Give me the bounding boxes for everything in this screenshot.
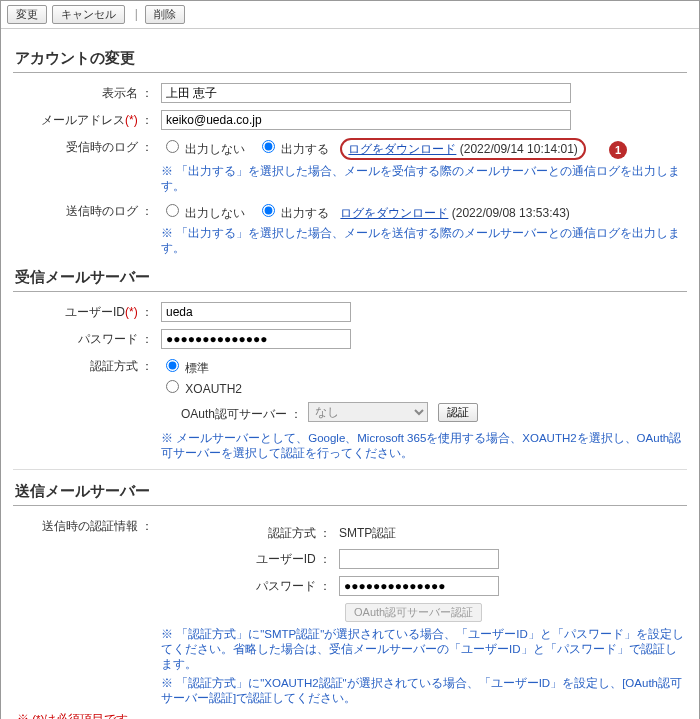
section-recv-title: 受信メールサーバー — [13, 264, 687, 292]
label-send-log: 送信時のログ ： — [13, 199, 161, 220]
recv-log-download-pill: ログをダウンロード (2022/09/14 10:14:01) — [340, 138, 585, 160]
toolbar-separator: | — [135, 7, 138, 21]
send-log-timestamp: (2022/09/08 13:53:43) — [452, 206, 570, 220]
section-account-title: アカウントの変更 — [13, 45, 687, 73]
recv-log-hint: ※ 「出力する」を選択した場合、メールを受信する際のメールサーバーとの通信ログを… — [161, 164, 687, 194]
label-recv-log: 受信時のログ ： — [13, 135, 161, 156]
send-auth-hint-2: ※ 「認証方式」に"XOAUTH2認証"が選択されている場合、「ユーザーID」を… — [161, 676, 687, 706]
label-mail-address: メールアドレス(*) ： — [13, 108, 161, 129]
label-recv-userid: ユーザーID(*) ： — [13, 300, 161, 321]
display-name-input[interactable] — [161, 83, 571, 103]
callout-1: 1 — [609, 141, 627, 159]
label-display-name: 表示名 ： — [13, 81, 161, 102]
send-log-no-output[interactable]: 出力しない — [161, 206, 245, 220]
send-auth-method-value: SMTP認証 — [339, 526, 396, 540]
save-button[interactable]: 変更 — [7, 5, 47, 24]
label-recv-auth: 認証方式 ： — [13, 354, 161, 375]
recv-log-timestamp: (2022/09/14 10:14:01) — [460, 142, 578, 156]
cancel-button[interactable]: キャンセル — [52, 5, 125, 24]
recv-auth-hint: ※ メールサーバーとして、Google、Microsoft 365を使用する場合… — [161, 431, 687, 461]
label-oauth-server: OAuth認可サーバー ： — [181, 402, 308, 423]
recv-log-radios: 出力しない 出力する ログをダウンロード (2022/09/14 10:14:0… — [161, 137, 687, 160]
section-send-title: 送信メールサーバー — [13, 478, 687, 506]
recv-auth-xoauth2[interactable]: XOAUTH2 — [161, 382, 242, 396]
recv-log-output[interactable]: 出力する — [257, 142, 329, 156]
oauth-server-select[interactable]: なし — [308, 402, 428, 422]
label-send-userid: ユーザーID ： — [221, 547, 339, 568]
delete-button[interactable]: 削除 — [145, 5, 185, 24]
send-oauth-auth-button[interactable]: OAuth認可サーバー認証 — [345, 603, 482, 622]
label-send-auth-method: 認証方式 ： — [221, 521, 339, 542]
recv-password-input[interactable] — [161, 329, 351, 349]
recv-auth-standard[interactable]: 標準 — [161, 361, 209, 375]
send-log-download-link[interactable]: ログをダウンロード — [340, 206, 448, 220]
send-log-hint: ※ 「出力する」を選択した場合、メールを送信する際のメールサーバーとの通信ログを… — [161, 226, 687, 256]
send-log-radios: 出力しない 出力する ログをダウンロード (2022/09/08 13:53:4… — [161, 201, 687, 222]
send-password-input[interactable] — [339, 576, 499, 596]
mail-address-input[interactable] — [161, 110, 571, 130]
send-log-output[interactable]: 出力する — [257, 206, 329, 220]
label-recv-password: パスワード ： — [13, 327, 161, 348]
recv-userid-input[interactable] — [161, 302, 351, 322]
top-toolbar: 変更 キャンセル | 削除 — [1, 1, 699, 29]
send-userid-input[interactable] — [339, 549, 499, 569]
recv-log-no-output[interactable]: 出力しない — [161, 142, 245, 156]
required-footnote: ※ (*)は必須項目です。 — [17, 712, 687, 719]
send-auth-hint-1: ※ 「認証方式」に"SMTP認証"が選択されている場合、「ユーザーID」と「パス… — [161, 627, 687, 672]
recv-log-download-link[interactable]: ログをダウンロード — [348, 142, 456, 156]
divider — [13, 469, 687, 470]
label-send-password: パスワード ： — [221, 574, 339, 595]
oauth-auth-button[interactable]: 認証 — [438, 403, 478, 422]
label-send-auth-info: 送信時の認証情報 ： — [13, 514, 161, 535]
